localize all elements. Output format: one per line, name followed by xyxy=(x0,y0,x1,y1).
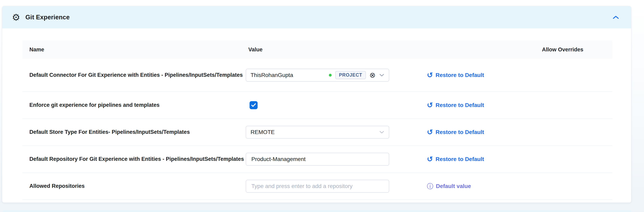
restore-icon: ↺ xyxy=(427,72,433,79)
setting-name: Enforce git experience for pipelines and… xyxy=(22,102,246,109)
checkmark-icon xyxy=(251,103,256,107)
table-row-enforce-git-experience: Enforce git experience for pipelines and… xyxy=(22,92,612,119)
clear-connector-icon[interactable]: ⊗ xyxy=(370,72,376,79)
table-row-default-repository: Default Repository For Git Experience wi… xyxy=(22,146,612,173)
default-repository-input[interactable] xyxy=(246,153,389,166)
column-header-value: Value xyxy=(248,47,263,53)
scope-badge: PROJECT xyxy=(335,71,366,79)
connector-select-field[interactable]: ThisRohanGupta PROJECT ⊗ xyxy=(246,69,389,82)
table-row-default-connector: Default Connector For Git Experience wit… xyxy=(22,59,612,92)
chevron-down-icon[interactable] xyxy=(379,74,384,77)
chevron-up-icon xyxy=(612,15,619,19)
store-type-select[interactable]: REMOTE xyxy=(246,126,389,139)
restore-to-default-button[interactable]: ↺ Restore to Default xyxy=(427,102,484,109)
info-icon: ⓘ xyxy=(427,183,433,189)
store-type-value: REMOTE xyxy=(250,129,275,135)
connector-value: ThisRohanGupta xyxy=(250,72,293,78)
default-value-indicator[interactable]: ⓘ Default value xyxy=(427,183,471,189)
table-row-allowed-repositories: Allowed Repositories ⓘ Default value xyxy=(22,173,612,200)
table-column-headers: Name Value Allow Overrides xyxy=(22,41,612,59)
chevron-down-icon xyxy=(379,131,384,134)
git-experience-settings-panel: ⚙ Git Experience Name Value Allow Overri… xyxy=(2,6,631,203)
setting-name: Allowed Repositories xyxy=(22,182,246,190)
settings-gear-icon: ⚙ xyxy=(12,13,20,22)
setting-name: Default Connector For Git Experience wit… xyxy=(22,72,246,79)
allowed-repositories-input[interactable] xyxy=(246,180,389,193)
collapse-section-button[interactable] xyxy=(610,12,622,23)
next-accordion-section-top[interactable] xyxy=(3,210,631,212)
restore-to-default-button[interactable]: ↺ Restore to Default xyxy=(427,156,484,163)
accordion-header-git-experience[interactable]: ⚙ Git Experience xyxy=(2,6,631,29)
column-header-name: Name xyxy=(30,47,44,53)
setting-name: Default Store Type For Entities- Pipelin… xyxy=(22,129,246,136)
settings-table: Name Value Allow Overrides Default Conne… xyxy=(22,35,612,200)
restore-icon: ↺ xyxy=(427,102,433,109)
restore-to-default-button[interactable]: ↺ Restore to Default xyxy=(427,129,484,136)
enforce-git-experience-checkbox[interactable] xyxy=(250,101,258,109)
setting-name: Default Repository For Git Experience wi… xyxy=(22,156,246,163)
column-header-allow-overrides: Allow Overrides xyxy=(542,47,584,53)
restore-icon: ↺ xyxy=(427,156,433,163)
restore-icon: ↺ xyxy=(427,129,433,136)
table-row-default-store-type: Default Store Type For Entities- Pipelin… xyxy=(22,119,612,146)
section-title: Git Experience xyxy=(25,14,70,21)
restore-to-default-button[interactable]: ↺ Restore to Default xyxy=(427,72,484,79)
connector-status-dot xyxy=(329,74,332,77)
